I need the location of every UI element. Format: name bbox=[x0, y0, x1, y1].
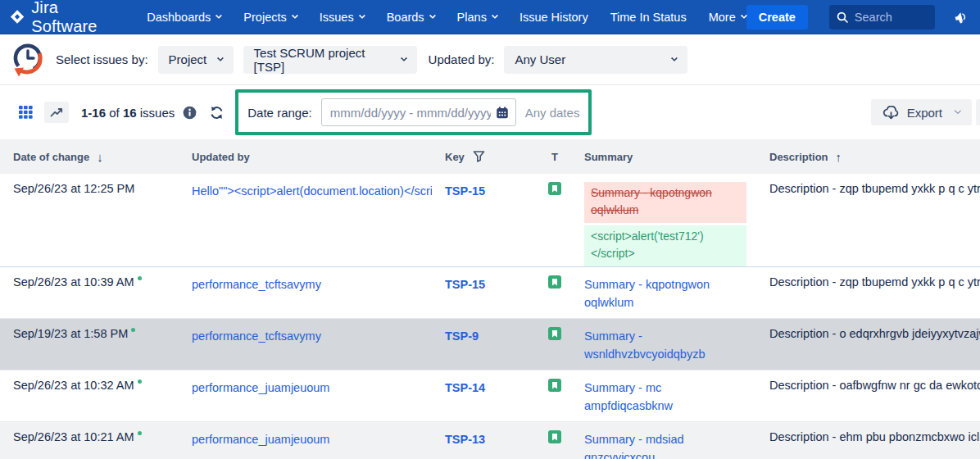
issue-key-link[interactable]: TSP-13 bbox=[445, 433, 485, 446]
summary-link[interactable]: Summary - mdsiad gnzcvvicxcou bbox=[584, 433, 684, 459]
header-date-of-change[interactable]: Date of change ↓ bbox=[0, 150, 179, 164]
brand-label: Jira Software bbox=[31, 0, 116, 36]
summary-added-value: <script>alert('test712') </script> bbox=[584, 225, 746, 266]
summary-link[interactable]: Summary - mc ampfdiqcasbknw bbox=[584, 381, 673, 412]
jira-logo-icon bbox=[10, 8, 25, 25]
header-description[interactable]: Description ↑ bbox=[756, 150, 980, 164]
table-row[interactable]: Sep/26/23 at 10:32 AMperformance_juamjeu… bbox=[0, 370, 980, 422]
nav-item-dashboards[interactable]: Dashboards bbox=[147, 11, 221, 24]
cell-description: Description - zqp tbupemd yxkk p q c ytr… bbox=[756, 174, 980, 266]
select-by-dropdown[interactable]: Project bbox=[158, 46, 234, 74]
issue-key-link[interactable]: TSP-15 bbox=[445, 184, 485, 198]
change-date: Sep/26/23 at 12:25 PM bbox=[13, 182, 134, 195]
nav-item-more[interactable]: More bbox=[709, 11, 746, 24]
table-row[interactable]: Sep/26/23 at 10:39 AMperformance_tcftsav… bbox=[0, 267, 980, 319]
cell-description: Description - o edqrxhrgvb jdeiyyxytvzaj… bbox=[756, 319, 980, 370]
story-icon bbox=[548, 182, 561, 195]
summary-removed-value: Summary - kqpotngwon oqlwklum bbox=[584, 182, 746, 223]
chart-view-icon bbox=[50, 107, 63, 119]
table-view-button[interactable] bbox=[13, 102, 38, 123]
clipped-button-edge bbox=[976, 99, 980, 125]
cell-key: TSP-15 bbox=[432, 174, 538, 266]
cell-issue-type bbox=[538, 174, 571, 266]
updated-by-link[interactable]: performance_juamjeuoum bbox=[192, 381, 329, 394]
cell-summary: Summary - wsnldhvzbvcyoidqbyzb bbox=[571, 319, 756, 370]
updated-by-link[interactable]: performance_tcftsavymy bbox=[192, 278, 321, 291]
cell-summary: Summary - kqpotngwon oqlwklum bbox=[571, 267, 756, 318]
change-date: Sep/26/23 at 10:21 AM bbox=[13, 430, 134, 443]
story-icon bbox=[548, 379, 561, 392]
cell-date-of-change: Sep/19/23 at 1:58 PM bbox=[0, 319, 179, 370]
nav-item-plans[interactable]: Plans bbox=[457, 11, 497, 24]
nav-item-time-in-status[interactable]: Time In Status bbox=[610, 11, 687, 24]
issue-key-link[interactable]: TSP-9 bbox=[445, 329, 479, 343]
filter-funnel-icon[interactable] bbox=[473, 150, 485, 163]
issue-key-link[interactable]: TSP-15 bbox=[445, 278, 485, 291]
cell-issue-type bbox=[538, 267, 571, 318]
updated-by-link[interactable]: performance_tcftsavymy bbox=[192, 329, 321, 343]
cell-description: Description - oafbwgfnw nr gc da ewkotoa bbox=[756, 370, 980, 421]
nav-menu: DashboardsProjectsIssuesBoardsPlansIssue… bbox=[147, 11, 746, 24]
issue-key-link[interactable]: TSP-14 bbox=[445, 381, 485, 394]
export-button[interactable]: Export bbox=[871, 99, 972, 125]
change-date: Sep/26/23 at 10:32 AM bbox=[13, 379, 134, 392]
chevron-down-icon bbox=[400, 54, 406, 61]
nav-item-issues[interactable]: Issues bbox=[320, 11, 365, 24]
cell-issue-type bbox=[538, 422, 571, 459]
refresh-icon bbox=[209, 105, 225, 120]
updated-by-label: Updated by: bbox=[429, 52, 495, 66]
summary-link[interactable]: Summary - kqpotngwon oqlwklum bbox=[584, 278, 710, 309]
select-by-value: Project bbox=[169, 52, 207, 66]
jira-brand[interactable]: Jira Software bbox=[10, 0, 116, 36]
search-icon bbox=[836, 11, 849, 24]
project-dropdown[interactable]: Test SCRUM project [TSP] bbox=[243, 46, 417, 74]
table-row[interactable]: Sep/26/23 at 12:25 PMHello""><script>ale… bbox=[0, 174, 980, 267]
nav-item-label: More bbox=[709, 11, 736, 24]
table-row[interactable]: Sep/19/23 at 1:58 PMperformance_tcftsavy… bbox=[0, 319, 980, 370]
cell-issue-type bbox=[538, 319, 571, 370]
header-type: T bbox=[538, 151, 571, 163]
table-view-icon bbox=[19, 106, 33, 119]
nav-item-label: Dashboards bbox=[147, 11, 211, 24]
nav-item-boards[interactable]: Boards bbox=[387, 11, 435, 24]
updated-by-link[interactable]: performance_juamjeuoum bbox=[192, 433, 329, 446]
search-box[interactable] bbox=[829, 5, 935, 30]
header-key[interactable]: Key bbox=[432, 150, 538, 163]
date-range-input[interactable] bbox=[330, 106, 491, 120]
story-icon bbox=[548, 275, 561, 289]
calendar-icon[interactable] bbox=[496, 105, 509, 120]
issue-count: 1-16 of 16 issues bbox=[81, 106, 175, 120]
updated-by-dropdown[interactable]: Any User bbox=[504, 46, 687, 74]
chart-view-button[interactable] bbox=[44, 102, 69, 123]
summary-link[interactable]: Summary - wsnldhvzbvcyoidqbyzb bbox=[584, 329, 706, 361]
cell-updated-by: Hello""><script>alert(document.location)… bbox=[179, 174, 432, 266]
nav-item-projects[interactable]: Projects bbox=[243, 11, 297, 24]
export-cloud-icon bbox=[882, 106, 900, 120]
info-button[interactable] bbox=[183, 106, 197, 120]
sort-asc-icon: ↑ bbox=[836, 150, 842, 164]
updated-by-link[interactable]: Hello""><script>alert(document.location)… bbox=[192, 184, 432, 198]
search-input[interactable] bbox=[855, 11, 928, 24]
chevron-down-icon bbox=[216, 11, 222, 18]
cell-summary: Summary - mdsiad gnzcvvicxcou bbox=[571, 422, 756, 459]
nav-item-issue-history[interactable]: Issue History bbox=[519, 11, 588, 24]
megaphone-icon[interactable] bbox=[953, 8, 969, 26]
cell-description: Description - zqp tbupemd yxkk p q c ytr… bbox=[756, 267, 980, 318]
date-range-label: Date range: bbox=[247, 106, 311, 120]
info-icon bbox=[183, 106, 197, 120]
cell-key: TSP-14 bbox=[432, 370, 538, 421]
chevron-down-icon bbox=[492, 11, 498, 18]
table-row[interactable]: Sep/26/23 at 10:21 AMperformance_juamjeu… bbox=[0, 422, 980, 459]
issue-history-app-logo bbox=[8, 40, 46, 80]
nav-item-label: Issues bbox=[320, 11, 354, 24]
select-issues-by-label: Select issues by: bbox=[56, 52, 148, 66]
chevron-down-icon bbox=[291, 11, 297, 18]
create-button[interactable]: Create bbox=[746, 5, 808, 30]
nav-item-label: Boards bbox=[387, 11, 424, 24]
cell-updated-by: performance_tcftsavymy bbox=[179, 319, 432, 370]
refresh-button[interactable] bbox=[209, 105, 225, 120]
description-text: Description - ehm pbu pbonzmcbxwo iclm bbox=[769, 430, 980, 443]
cell-date-of-change: Sep/26/23 at 10:32 AM bbox=[0, 370, 179, 421]
date-range-field[interactable] bbox=[321, 98, 516, 126]
description-text: Description - oafbwgfnw nr gc da ewkotoa bbox=[769, 379, 980, 392]
